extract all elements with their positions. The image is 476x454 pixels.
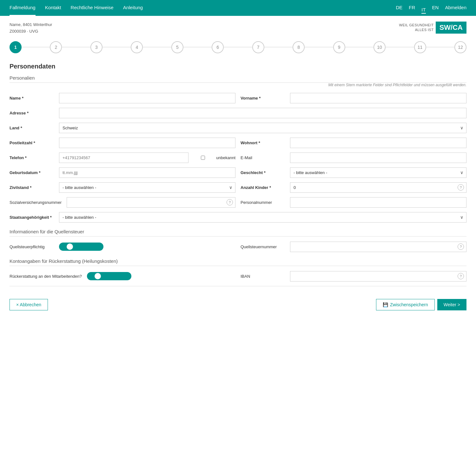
section-personalien-title: Personalien xyxy=(10,75,466,83)
nav-abmelden[interactable]: Abmelden xyxy=(445,0,466,16)
select-geschlecht[interactable]: - bitte auswählen - xyxy=(290,167,466,178)
row-name-vorname: Name * Vorname * xyxy=(10,93,466,103)
step-8[interactable]: 8 xyxy=(293,41,305,53)
step-connector-11 xyxy=(426,47,454,47)
step-connector-9 xyxy=(345,47,374,47)
step-9[interactable]: 9 xyxy=(333,41,345,53)
header-ref: Z000039 · UVG xyxy=(10,28,52,35)
step-connector-5 xyxy=(183,47,212,47)
field-adresse: Adresse * xyxy=(10,108,466,118)
input-telefon[interactable] xyxy=(59,152,188,163)
help-icon-quellsteuer[interactable]: ? xyxy=(458,243,464,250)
label-sozialversicherung: Sozialversicherungsnummer xyxy=(10,200,62,205)
select-zivilstand[interactable]: - bitte auswählen - xyxy=(59,182,235,193)
input-sozial-wrapper: ? xyxy=(67,197,235,208)
nav-anleitung[interactable]: Anleitung xyxy=(123,0,143,16)
step-12[interactable]: 12 xyxy=(454,41,466,53)
next-button[interactable]: Weiter > xyxy=(437,299,466,310)
row-zivilstand-kinder: Zivilstand * - bitte auswählen - Anzahl … xyxy=(10,182,466,193)
input-personalnummer[interactable] xyxy=(290,197,466,208)
cancel-button[interactable]: × Abbrechen xyxy=(10,299,48,310)
input-wohnort[interactable] xyxy=(290,138,466,148)
row-telefon-email: Telefon * unbekannt E-Mail xyxy=(10,152,466,163)
row-land: Land * Schweiz xyxy=(10,123,466,133)
input-sozialversicherung[interactable] xyxy=(67,197,235,208)
nav-fallmeldung[interactable]: Fallmeldung xyxy=(10,0,36,16)
step-6[interactable]: 6 xyxy=(212,41,224,53)
label-quellsteuernummer: Quellsteuernummer xyxy=(241,244,285,249)
select-staatsangehoerigkeit[interactable]: - bitte auswählen - xyxy=(59,212,466,223)
toggle-quellsteuerpflichtig[interactable] xyxy=(59,243,103,251)
input-quellsteuernummer[interactable] xyxy=(290,242,466,252)
input-geburtsdatum[interactable] xyxy=(59,167,235,178)
logo-area: WEIL GESUNDHEITALLES IST SW/CA xyxy=(399,22,467,34)
checkbox-unbekannt[interactable] xyxy=(191,156,215,160)
toggle-rueckerstattung[interactable] xyxy=(87,272,131,280)
help-icon-iban[interactable]: ? xyxy=(458,273,464,279)
save-button[interactable]: 💾 Zwischenspeichern xyxy=(376,299,435,310)
input-kinder-wrapper: ? xyxy=(290,182,466,193)
select-land-wrapper: Schweiz xyxy=(59,123,466,133)
save-label: Zwischenspeichern xyxy=(390,302,428,307)
step-5[interactable]: 5 xyxy=(171,41,183,53)
label-wohnort: Wohnort * xyxy=(241,140,285,145)
nav-rechtliche[interactable]: Rechtliche Hinweise xyxy=(71,0,114,16)
field-anzahl-kinder: Anzahl Kinder * ? xyxy=(241,182,466,193)
field-plz: Postleitzahl * xyxy=(10,138,235,148)
step-connector-3 xyxy=(102,47,131,47)
step-7[interactable]: 7 xyxy=(252,41,264,53)
select-land[interactable]: Schweiz xyxy=(59,123,466,133)
step-connector-8 xyxy=(305,47,333,47)
step-connector-1 xyxy=(22,47,50,47)
label-telefon: Telefon * xyxy=(10,155,54,160)
main-nav: Fallmeldung Kontakt Rechtliche Hinweise … xyxy=(0,0,476,16)
step-3[interactable]: 3 xyxy=(90,41,102,53)
input-adresse[interactable] xyxy=(59,108,466,118)
telefon-group: unbekannt xyxy=(59,152,235,163)
help-icon-kinder[interactable]: ? xyxy=(458,184,464,191)
input-anzahl-kinder[interactable] xyxy=(290,182,466,193)
label-email: E-Mail xyxy=(241,155,285,160)
nav-lang-fr[interactable]: FR xyxy=(409,0,415,16)
input-name[interactable] xyxy=(59,93,235,103)
input-vorname[interactable] xyxy=(290,93,466,103)
label-name: Name * xyxy=(10,96,54,101)
row-geburtsdatum-geschlecht: Geburtsdatum * Geschlecht * - bitte ausw… xyxy=(10,167,466,178)
required-note: Mit einem Stern markierte Felder sind Pf… xyxy=(10,83,466,87)
step-4[interactable]: 4 xyxy=(131,41,143,53)
input-iban[interactable] xyxy=(290,271,466,282)
footer-divider xyxy=(10,286,466,286)
label-personalnummer: Personalnummer xyxy=(241,200,285,205)
nav-lang-en[interactable]: EN xyxy=(432,0,439,16)
step-10[interactable]: 10 xyxy=(374,41,386,53)
label-plz: Postleitzahl * xyxy=(10,140,54,145)
input-plz[interactable] xyxy=(59,138,235,148)
header-meta: Name, 8401 Winterthur Z000039 · UVG xyxy=(10,22,52,35)
row-adresse: Adresse * xyxy=(10,108,466,118)
label-iban: IBAN xyxy=(241,274,285,279)
step-connector-2 xyxy=(62,47,90,47)
step-connector-10 xyxy=(386,47,414,47)
nav-lang-de[interactable]: DE xyxy=(396,0,402,16)
step-connector-6 xyxy=(224,47,252,47)
step-1[interactable]: 1 xyxy=(10,41,22,53)
step-11[interactable]: 11 xyxy=(414,41,426,53)
checkbox-unbekannt-label: unbekannt xyxy=(191,155,235,160)
nav-kontakt[interactable]: Kontakt xyxy=(45,0,61,16)
step-2[interactable]: 2 xyxy=(50,41,62,53)
field-geburtsdatum: Geburtsdatum * xyxy=(10,167,235,178)
select-staatsangehoerigkeit-wrapper: - bitte auswählen - xyxy=(59,212,466,223)
nav-lang-it[interactable]: IT xyxy=(421,2,426,14)
help-icon-sozial[interactable]: ? xyxy=(227,199,233,205)
logo-text: WEIL GESUNDHEITALLES IST xyxy=(399,23,434,33)
toggle-rueckerstattung-slider xyxy=(87,272,131,280)
input-email[interactable] xyxy=(290,152,466,163)
label-anzahl-kinder: Anzahl Kinder * xyxy=(241,185,285,190)
label-geschlecht: Geschlecht * xyxy=(241,170,285,175)
section-quellensteuer-title: Informationen für die Quellensteuer xyxy=(10,229,466,237)
field-geschlecht: Geschlecht * - bitte auswählen - xyxy=(241,167,466,178)
field-zivilstand: Zivilstand * - bitte auswählen - xyxy=(10,182,235,193)
label-land: Land * xyxy=(10,126,54,130)
toggle-quellsteuerpflichtig-slider xyxy=(59,243,103,251)
label-adresse: Adresse * xyxy=(10,111,54,115)
